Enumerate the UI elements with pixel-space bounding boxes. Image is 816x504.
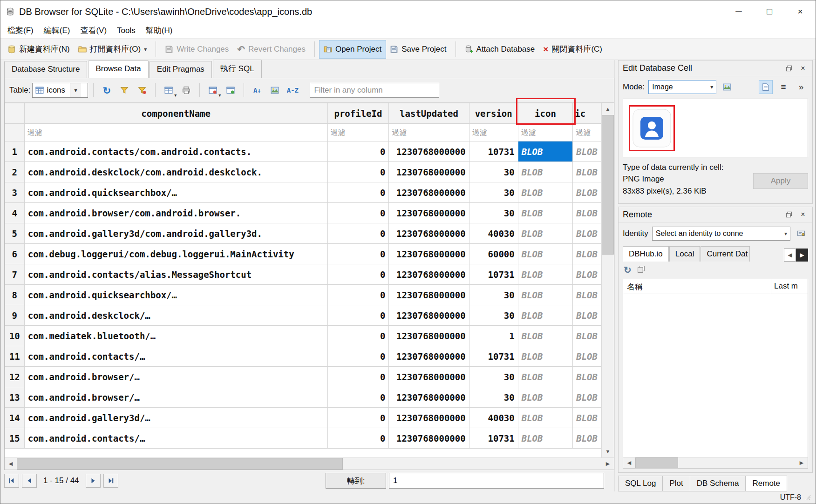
dock-tab-db-schema[interactable]: DB Schema	[690, 476, 746, 491]
row-number-cell[interactable]: 1	[5, 141, 25, 162]
tab-edit-pragmas[interactable]: Edit Pragmas	[150, 61, 212, 78]
remote-table-body[interactable]	[623, 294, 808, 457]
overflow-cell[interactable]: BLOB	[573, 223, 601, 244]
column-header-profileId[interactable]: profileId	[327, 103, 389, 124]
row-number-cell[interactable]: 9	[5, 305, 25, 326]
version-cell[interactable]: 30	[469, 367, 518, 387]
component-cell[interactable]: com.mediatek.bluetooth/…	[24, 326, 327, 346]
delete-record-dropdown-icon[interactable]: ▾	[218, 93, 221, 98]
remote-scroll-right-icon[interactable]: ▶	[796, 457, 808, 468]
delete-record-button[interactable]: ▾	[205, 82, 221, 98]
open-project-button[interactable]: Open Project	[320, 40, 386, 58]
updated-cell[interactable]: 1230768000000	[389, 387, 469, 408]
overflow-cell[interactable]: BLOB	[573, 428, 601, 449]
row-number-cell[interactable]: 3	[5, 182, 25, 203]
version-cell[interactable]: 1	[469, 326, 518, 346]
profile-cell[interactable]: 0	[327, 367, 389, 387]
text-view-button[interactable]	[759, 80, 773, 94]
profile-cell[interactable]: 0	[327, 223, 389, 244]
component-cell[interactable]: com.android.contacts/…	[24, 428, 327, 449]
profile-cell[interactable]: 0	[327, 326, 389, 346]
duplicate-record-button[interactable]	[223, 82, 238, 98]
component-cell[interactable]: com.android.contacts/com.android.contact…	[24, 141, 327, 162]
remote-tab-dbhub[interactable]: DBHub.io	[623, 246, 669, 262]
overflow-cell[interactable]: BLOB	[573, 141, 601, 162]
remote-scroll-thumb[interactable]	[635, 457, 678, 468]
row-number-cell[interactable]: 11	[5, 346, 25, 367]
filter-input-componentName[interactable]	[25, 124, 327, 141]
import-certificate-button[interactable]	[794, 227, 808, 241]
icon-blob-cell[interactable]: BLOB	[518, 346, 572, 367]
profile-cell[interactable]: 0	[327, 162, 389, 182]
updated-cell[interactable]: 1230768000000	[389, 346, 469, 367]
row-number-cell[interactable]: 15	[5, 428, 25, 449]
overflow-cell[interactable]: BLOB	[573, 162, 601, 182]
first-record-button[interactable]	[4, 474, 19, 488]
vertical-scrollbar[interactable]: ▲ ▼	[601, 103, 614, 457]
overflow-cell[interactable]: BLOB	[573, 264, 601, 285]
icon-blob-cell[interactable]: BLOB	[518, 223, 572, 244]
icon-blob-cell[interactable]: BLOB	[518, 141, 572, 162]
updated-cell[interactable]: 1230768000000	[389, 264, 469, 285]
version-cell[interactable]: 10731	[469, 346, 518, 367]
table-selector-dropdown-icon[interactable]: ▾	[70, 83, 81, 97]
icon-blob-cell[interactable]: BLOB	[518, 428, 572, 449]
overflow-cell[interactable]: BLOB	[573, 285, 601, 305]
icon-blob-cell[interactable]: BLOB	[518, 387, 572, 408]
version-cell[interactable]: 10731	[469, 141, 518, 162]
component-cell[interactable]: com.android.gallery3d/com.android.galler…	[24, 223, 327, 244]
import-data-button[interactable]	[720, 80, 734, 94]
profile-cell[interactable]: 0	[327, 141, 389, 162]
next-record-button[interactable]	[86, 474, 101, 488]
column-header-icon[interactable]: icon	[518, 103, 572, 124]
updated-cell[interactable]: 1230768000000	[389, 141, 469, 162]
overflow-cell[interactable]: BLOB	[573, 367, 601, 387]
horizontal-scroll-thumb[interactable]	[17, 458, 343, 470]
component-cell[interactable]: com.android.quicksearchbox/…	[24, 285, 327, 305]
updated-cell[interactable]: 1230768000000	[389, 244, 469, 264]
maximize-button[interactable]: □	[754, 0, 785, 23]
updated-cell[interactable]: 1230768000000	[389, 285, 469, 305]
new-record-button[interactable]: ▾	[161, 82, 177, 98]
version-cell[interactable]: 30	[469, 305, 518, 326]
component-cell[interactable]: com.debug.loggerui/com.debug.loggerui.Ma…	[24, 244, 327, 264]
scroll-right-icon[interactable]: ▶	[602, 458, 614, 470]
row-number-cell[interactable]: 13	[5, 387, 25, 408]
row-number-cell[interactable]: 6	[5, 244, 25, 264]
row-number-cell[interactable]: 12	[5, 367, 25, 387]
profile-cell[interactable]: 0	[327, 408, 389, 428]
close-database-button[interactable]: × 關閉資料庫(C)	[539, 40, 606, 59]
apply-button[interactable]: Apply	[753, 173, 808, 189]
icon-blob-cell[interactable]: BLOB	[518, 285, 572, 305]
column-header-lastUpdated[interactable]: lastUpdated	[389, 103, 469, 124]
icon-blob-cell[interactable]: BLOB	[518, 182, 572, 203]
menu-view[interactable]: 查看(V)	[75, 23, 112, 38]
updated-cell[interactable]: 1230768000000	[389, 408, 469, 428]
table-selector[interactable]: icons ▾	[32, 83, 88, 98]
tab-scroll-left-icon[interactable]: ◀	[784, 249, 796, 262]
filter-input-icon[interactable]	[518, 124, 572, 141]
row-number-cell[interactable]: 4	[5, 203, 25, 223]
column-header-componentName[interactable]: componentName	[24, 103, 327, 124]
version-cell[interactable]: 30	[469, 162, 518, 182]
remote-name-column-header[interactable]: 名稱	[623, 279, 771, 294]
overflow-cell[interactable]: BLOB	[573, 387, 601, 408]
profile-cell[interactable]: 0	[327, 182, 389, 203]
updated-cell[interactable]: 1230768000000	[389, 182, 469, 203]
dock-tab-remote[interactable]: Remote	[745, 476, 787, 491]
profile-cell[interactable]: 0	[327, 305, 389, 326]
filter-input-profileId[interactable]	[328, 124, 389, 141]
filter-input-partial[interactable]	[573, 124, 601, 141]
open-database-button[interactable]: 打開資料庫(O) ▾	[74, 40, 151, 59]
component-cell[interactable]: com.android.deskclock/com.android.deskcl…	[24, 162, 327, 182]
open-database-dropdown-icon[interactable]: ▾	[144, 46, 147, 53]
dock-tab-sql-log[interactable]: SQL Log	[618, 476, 663, 491]
remote-tab-local[interactable]: Local	[669, 246, 700, 262]
version-cell[interactable]: 30	[469, 387, 518, 408]
tab-database-structure[interactable]: Database Structure	[4, 61, 87, 78]
print-button[interactable]	[178, 82, 194, 98]
overflow-cell[interactable]: BLOB	[573, 203, 601, 223]
remote-refresh-icon[interactable]: ↻	[624, 265, 632, 275]
row-number-cell[interactable]: 2	[5, 162, 25, 182]
version-cell[interactable]: 10731	[469, 264, 518, 285]
